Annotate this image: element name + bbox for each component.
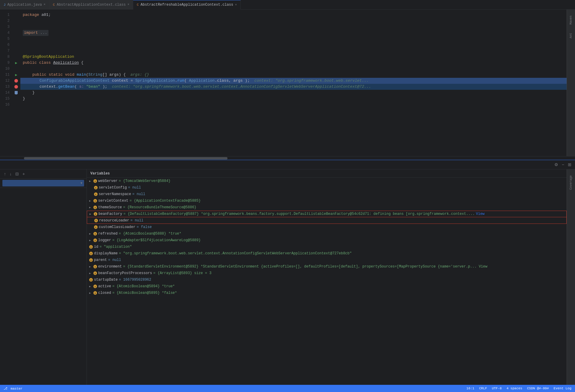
tab-close-application-java[interactable]: × — [44, 3, 45, 6]
h-scrollbar[interactable] — [0, 156, 575, 160]
breakpoint-icon-13[interactable] — [14, 85, 18, 89]
var-arrow-beanfactorypostprocessors[interactable] — [89, 272, 93, 275]
var-name-beanfactorypostprocessors: beanFactoryPostProcessors — [98, 271, 152, 275]
var-row-customclassloader[interactable]: i customClassLoader = false — [87, 224, 567, 230]
add-debug-btn[interactable]: + — [21, 171, 26, 177]
var-value-servernamespace: = null — [132, 192, 145, 196]
debug-dropdown[interactable]: ▼ — [0, 179, 87, 188]
var-row-servletconfig[interactable]: i servletConfig = null — [87, 184, 567, 191]
variables-header: Variables — [87, 169, 567, 178]
var-row-parent[interactable]: i parent = null — [87, 257, 567, 263]
var-value-resourceloader: = null — [131, 218, 143, 223]
var-arrow-logger[interactable] — [89, 239, 93, 242]
class-file-icon-1: C — [53, 3, 55, 7]
var-name-parent: parent — [94, 258, 107, 262]
tab-close-abstract-refreshable[interactable]: × — [235, 3, 237, 7]
git-icon: ⎇ — [4, 387, 7, 391]
gutter-11: ▶ — [12, 72, 20, 78]
var-arrow-themesource[interactable] — [89, 206, 93, 209]
variables-list[interactable]: i webServer = {TomcatWebServer@5884} i s… — [87, 178, 567, 392]
tab-close-abstract-application-context[interactable]: × — [128, 3, 129, 6]
code-content[interactable]: package a01; import ... @SpringBootAppli… — [20, 10, 575, 156]
filter-debug-btn[interactable]: ⊟ — [14, 171, 20, 177]
h-scrollbar-thumb[interactable] — [24, 157, 227, 159]
var-name-servletconfig: servletConfig — [99, 186, 127, 190]
ln-8: 8 — [0, 54, 10, 60]
var-row-startupdate[interactable]: i startupDate = 1667995028962 — [87, 276, 567, 283]
var-name-resourceloader: resourceLoader — [99, 218, 129, 223]
var-name-closed: closed — [98, 291, 111, 295]
var-row-beanfactorypostprocessors[interactable]: i beanFactoryPostProcessors = {ArrayList… — [87, 270, 567, 276]
ln-9: 9 — [0, 60, 10, 66]
gutter-14 — [12, 90, 20, 96]
status-indent[interactable]: 4 spaces — [506, 387, 522, 390]
event-log[interactable]: Event Log — [554, 387, 571, 390]
up-debug-btn[interactable]: ↑ — [2, 171, 7, 177]
var-row-environment[interactable]: i environment = {StandardServletEnvironm… — [87, 263, 567, 270]
var-row-id[interactable]: i id = "application" — [87, 244, 567, 250]
var-value-startupdate: = 1667995028962 — [119, 278, 151, 282]
ant-panel-tab[interactable]: Ant — [569, 33, 573, 38]
var-value-logger: = {LogAdapter$Slf4jLocationAwareLog@5889… — [112, 238, 201, 242]
var-arrow-refreshed[interactable] — [89, 232, 93, 235]
var-row-webserver[interactable]: i webServer = {TomcatWebServer@5884} — [87, 178, 567, 184]
info-dot-closed: i — [93, 291, 97, 295]
right-panel-tabs: Maven Ant — [567, 10, 575, 156]
code-line-2 — [20, 18, 575, 24]
info-dot-servernamespace: i — [94, 192, 98, 196]
var-name-environment: environment — [98, 265, 122, 269]
gear-button[interactable]: ⚙ — [553, 162, 559, 168]
var-name-active: active — [98, 284, 111, 288]
var-arrow-servletcontext[interactable] — [89, 199, 93, 203]
var-value-active: = {AtomicBoolean@5894} *true* — [112, 284, 175, 288]
status-crlf[interactable]: CRLF — [479, 387, 487, 390]
tab-abstract-application-context[interactable]: C AbstractApplicationContext.class × — [49, 0, 133, 10]
var-arrow-beanfactory[interactable] — [89, 212, 93, 216]
gutter-13 — [12, 84, 20, 90]
var-row-refreshed[interactable]: i refreshed = {AtomicBoolean@5888} *true… — [87, 230, 567, 237]
var-row-beanfactory[interactable]: i beanFactory = {DefaultListableBeanFact… — [87, 211, 567, 217]
gutter-7 — [12, 48, 20, 54]
var-name-logger: logger — [98, 238, 111, 242]
breakpoint-icon-12[interactable] — [14, 79, 18, 83]
var-arrow-webserver[interactable] — [89, 180, 93, 183]
var-arrow-active[interactable] — [89, 285, 93, 288]
minus-button[interactable]: − — [561, 162, 565, 168]
gutter-6 — [12, 42, 20, 48]
code-line-6 — [20, 42, 575, 48]
var-arrow-environment[interactable] — [89, 265, 93, 268]
tab-application-java[interactable]: J Application.java × — [0, 0, 49, 10]
var-row-active[interactable]: i active = {AtomicBoolean@5894} *true* — [87, 283, 567, 290]
debug-tree-area — [0, 188, 87, 392]
var-row-servletcontext[interactable]: i servletContext = {ApplicationContextFa… — [87, 197, 567, 204]
code-line-9: public class Application { — [20, 60, 575, 66]
var-row-resourceloader[interactable]: i resourceLoader = null — [87, 217, 567, 224]
var-row-themesource[interactable]: i themeSource = {ResourceBundleThemeSour… — [87, 204, 567, 211]
layout-button[interactable]: ⊞ — [567, 162, 573, 168]
var-name-refreshed: refreshed — [98, 232, 118, 236]
code-line-14: } — [20, 90, 575, 96]
coverage-tab[interactable]: Coverage — [569, 175, 573, 190]
tab-abstract-refreshable[interactable]: C AbstractRefreshableApplicationContext.… — [133, 0, 241, 10]
info-dot-webserver: i — [93, 179, 97, 183]
var-arrow-closed[interactable] — [89, 291, 93, 295]
var-row-logger[interactable]: i logger = {LogAdapter$Slf4jLocationAwar… — [87, 237, 567, 244]
status-charset[interactable]: UTF-8 — [492, 387, 502, 390]
git-branch[interactable]: ⎇ master — [4, 387, 22, 391]
var-row-servernamespace[interactable]: i serverNamespace = null — [87, 191, 567, 197]
info-dot-parent: i — [89, 258, 93, 262]
info-dot-beanfactory: i — [94, 212, 97, 216]
debug-dropdown-selected[interactable]: ▼ — [2, 180, 84, 186]
var-value-parent: = null — [108, 258, 121, 262]
status-csdn: CSDN @#-99# — [527, 387, 549, 390]
var-view-beanfactory[interactable]: View — [476, 212, 485, 216]
tab-bar: J Application.java × C AbstractApplicati… — [0, 0, 575, 10]
down-debug-btn[interactable]: ↓ — [8, 171, 13, 177]
var-name-id: id — [94, 245, 98, 249]
status-position[interactable]: 16:1 — [466, 387, 474, 390]
java-file-icon: J — [4, 3, 6, 7]
var-row-displayname[interactable]: i displayName = "org.springframework.boo… — [87, 250, 567, 257]
maven-panel-tab[interactable]: Maven — [569, 16, 573, 25]
status-bar: ⎇ master 16:1 CRLF UTF-8 4 spaces CSDN @… — [0, 385, 575, 392]
var-row-closed[interactable]: i closed = {AtomicBoolean@5895} *false* — [87, 290, 567, 296]
